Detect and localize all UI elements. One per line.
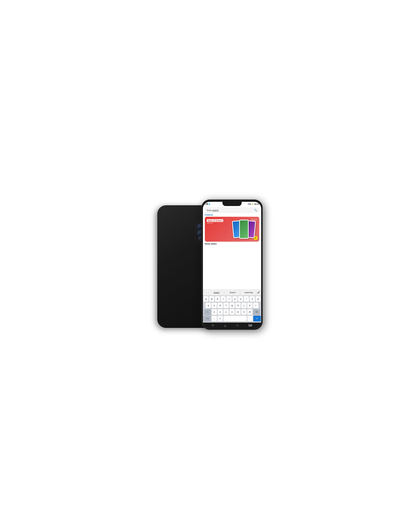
key-period[interactable]: . [247, 316, 253, 321]
suggestion-word-3[interactable]: searching [241, 291, 256, 294]
search-bar[interactable]: Easy search 🔍 [205, 208, 259, 213]
phone-mockup-2 [239, 220, 249, 239]
key-t[interactable]: 5t [226, 296, 232, 302]
symbols-key[interactable]: ?123 [203, 316, 211, 321]
navigation-icon: ◁ [204, 203, 206, 205]
phone-screen: ◁ 🖼 🌐 73% 🔋 06:23 Easy search 🔍 [203, 202, 261, 328]
keyboard-nav-button[interactable]: ⌨ [248, 324, 252, 327]
key-y[interactable]: 6y [232, 296, 238, 302]
key-e[interactable]: 3e [215, 296, 220, 302]
status-left-icons: ◁ 🖼 🌐 [204, 203, 210, 205]
keyboard-row-2: a s d f g h j k l [203, 303, 261, 308]
globe-icon: 🌐 [208, 203, 210, 205]
shift-key[interactable]: ⇧ [204, 309, 211, 315]
key-s[interactable]: s [211, 303, 217, 308]
key-o[interactable]: 9o [250, 296, 255, 302]
backspace-key[interactable]: ⌫ [253, 309, 260, 315]
key-i[interactable]: 8i [244, 296, 249, 302]
battery-percentage: 73% [248, 203, 251, 205]
space-key[interactable] [224, 316, 247, 321]
featured-label: Featured [205, 214, 259, 216]
search-input-text[interactable]: Easy search [207, 209, 254, 211]
battery-icon: 🔋 [252, 203, 254, 205]
key-d[interactable]: d [217, 303, 223, 308]
key-x[interactable]: x [217, 309, 223, 315]
search-text-prefix: Easy [207, 209, 212, 211]
newly-added-label: Newly added [205, 243, 259, 245]
banner-subtitle: nartphone [207, 222, 223, 224]
back-nav-button[interactable]: ▽ [212, 324, 214, 327]
key-f[interactable]: f [224, 303, 229, 308]
banner-text: Apps & Games nartphone [207, 219, 223, 224]
key-v[interactable]: v [229, 309, 235, 315]
key-a[interactable]: a [206, 303, 211, 308]
key-w[interactable]: 2w [209, 296, 214, 302]
key-c[interactable]: c [224, 309, 229, 315]
search-text-underlined: search [212, 209, 219, 211]
home-nav-button[interactable]: △ [224, 324, 226, 327]
key-k[interactable]: k [247, 303, 253, 308]
key-j[interactable]: j [241, 303, 247, 308]
key-u[interactable]: 7u [238, 296, 243, 302]
keyboard-suggestions: > search Search searching 🎤 [203, 289, 261, 295]
time-display: 06:23 [255, 203, 259, 205]
mockup-screen-2 [240, 220, 248, 238]
banner-title: Apps & Games [207, 219, 223, 222]
key-q[interactable]: 1q [203, 296, 209, 302]
key-z[interactable]: z [211, 309, 217, 315]
featured-banner[interactable]: Apps & Games nartphone Easy User No Prog… [205, 217, 259, 242]
emoji-key[interactable]: ☺ [217, 316, 223, 321]
suggestion-word-2[interactable]: Search [225, 291, 240, 294]
status-right: 73% 🔋 06:23 [248, 203, 259, 205]
search-button[interactable]: 🔍 [254, 209, 257, 212]
mic-button[interactable]: 🎤 [257, 291, 260, 294]
phone-front: ◁ 🖼 🌐 73% 🔋 06:23 Easy search 🔍 [201, 199, 263, 330]
nav-bar: ▽ △ □ ⌨ [203, 322, 261, 328]
recents-nav-button[interactable]: □ [237, 324, 238, 327]
key-p[interactable]: 0p [255, 296, 261, 302]
screen-content: Easy search 🔍 Featured Apps & Games nart… [203, 206, 261, 328]
notch [223, 202, 242, 206]
key-r[interactable]: 4r [221, 296, 226, 302]
key-g[interactable]: g [229, 303, 235, 308]
enter-key[interactable]: ↵ [253, 316, 261, 321]
main-content: Featured Apps & Games nartphone Easy Use… [203, 214, 261, 289]
suggestion-expand-button[interactable]: > [204, 290, 208, 295]
key-comma[interactable]: , [211, 316, 217, 321]
key-l[interactable]: l [253, 303, 258, 308]
key-n[interactable]: n [241, 309, 247, 315]
keyboard-row-3: ⇧ z x c v b n m ⌫ [203, 309, 261, 315]
keyboard-row-1: 1q 2w 3e 4r 5t 6y 7u 8i 9o 0p [203, 296, 261, 302]
key-b[interactable]: b [235, 309, 241, 315]
suggestion-word-1[interactable]: search [209, 291, 224, 294]
image-icon: 🖼 [206, 203, 208, 205]
keyboard: 1q 2w 3e 4r 5t 6y 7u 8i 9o 0p a s [203, 295, 261, 322]
key-m[interactable]: m [247, 309, 253, 315]
keyboard-row-4: ?123 , ☺ . ↵ [203, 316, 261, 321]
key-h[interactable]: h [235, 303, 241, 308]
scene: ◁ 🖼 🌐 73% 🔋 06:23 Easy search 🔍 [157, 199, 263, 333]
